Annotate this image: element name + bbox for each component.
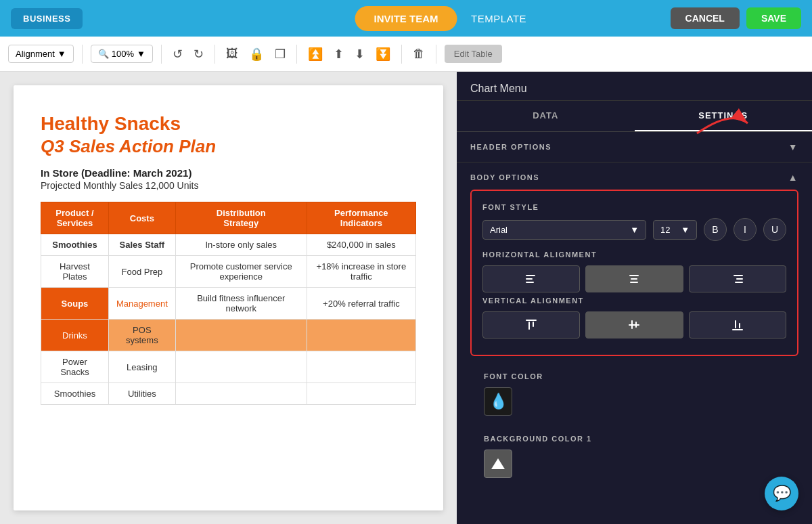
cell-product: Smoothies: [41, 234, 109, 256]
business-button[interactable]: BUSINESS: [11, 8, 83, 29]
redo-icon[interactable]: ↻: [191, 44, 206, 64]
cell-distribution: In-store only sales: [175, 234, 307, 256]
underline-button[interactable]: U: [763, 218, 786, 241]
table-row: Power Snacks Leasing: [41, 351, 416, 383]
svg-rect-15: [635, 322, 637, 328]
cell-distribution: [175, 351, 307, 383]
panel-tabs: DATA SETTINGS: [457, 101, 812, 132]
svg-rect-6: [630, 282, 638, 283]
document-title-2: Q3 Sales Action Plan: [41, 135, 416, 158]
table-header-costs: Costs: [108, 202, 175, 234]
svg-marker-19: [491, 458, 505, 469]
chevron-down-icon-size: ▼: [681, 225, 690, 235]
svg-rect-5: [631, 278, 637, 280]
vertical-align-label: VERTICAL ALIGNMENT: [482, 297, 786, 305]
chat-icon: 💬: [773, 485, 791, 502]
cell-product: Power Snacks: [41, 351, 109, 383]
bg-color-swatch[interactable]: [484, 450, 512, 478]
chevron-down-icon-font: ▼: [630, 225, 639, 235]
cell-costs: Leasing: [108, 351, 175, 383]
main-layout: Healthy Snacks Q3 Sales Action Plan In S…: [0, 72, 812, 524]
bg-color-label: BACKGROUND COLOR 1: [484, 435, 785, 443]
move-up-icon[interactable]: ⬆: [331, 44, 346, 64]
font-color-label: FONT COLOR: [484, 372, 785, 380]
cell-performance: +20% referral traffic: [307, 288, 415, 320]
horizontal-align-row: [482, 265, 786, 292]
toolbar-divider-3: [215, 45, 215, 64]
table-row: Smoothies Sales Staff In-store only sale…: [41, 234, 416, 256]
data-table: Product /Services Costs DistributionStra…: [41, 202, 416, 405]
table-row: Harvest Plates Food Prep Promote custome…: [41, 256, 416, 288]
nav-actions: CANCEL SAVE: [671, 7, 801, 29]
document-title-1: Healthy Snacks: [41, 112, 416, 135]
font-color-swatch[interactable]: 💧: [484, 387, 512, 416]
table-header-product: Product /Services: [41, 202, 109, 234]
move-up-top-icon[interactable]: ⏫: [305, 44, 325, 64]
font-family-select[interactable]: Arial ▼: [482, 220, 646, 240]
move-down-icon[interactable]: ⬇: [352, 44, 367, 64]
valign-bottom-button[interactable]: [689, 311, 786, 339]
cell-product: Drinks: [41, 320, 109, 351]
chevron-down-icon-header: ▼: [788, 141, 798, 152]
svg-rect-4: [629, 275, 639, 276]
edit-table-button[interactable]: Edit Table: [445, 45, 502, 63]
tab-data[interactable]: DATA: [457, 101, 635, 131]
table-header-row: Product /Services Costs DistributionStra…: [41, 202, 416, 234]
cell-costs: Utilities: [108, 383, 175, 405]
valign-middle-button[interactable]: [585, 311, 683, 339]
body-options-box: FONT STYLE Arial ▼ 12 ▼ B I U HORIZONTAL…: [470, 190, 798, 356]
vertical-align-row: [482, 311, 786, 339]
font-color-section: FONT COLOR 💧: [470, 363, 798, 425]
align-right-button[interactable]: [689, 265, 786, 292]
image-icon[interactable]: 🖼: [223, 44, 241, 64]
svg-rect-11: [528, 322, 530, 330]
cell-costs: Food Prep: [108, 256, 175, 288]
header-options-toggle[interactable]: HEADER OPTIONS ▼: [470, 141, 798, 152]
alignment-select[interactable]: Alignment ▼: [8, 45, 74, 63]
panel-title: Chart Menu: [457, 72, 812, 101]
table-row: Drinks POS systems: [41, 320, 416, 351]
cell-performance: [307, 351, 415, 383]
bold-button[interactable]: B: [704, 218, 727, 241]
invite-team-button[interactable]: INVITE TEAM: [355, 6, 457, 31]
document-subtitle: In Store (Deadline: March 2021): [41, 167, 416, 179]
body-options-section: BODY OPTIONS ▲ FONT STYLE Arial ▼ 12 ▼ B: [457, 162, 812, 497]
align-left-button[interactable]: [482, 265, 580, 292]
cell-product: Soups: [41, 288, 109, 320]
copy-icon[interactable]: ❒: [272, 44, 288, 64]
font-size-select[interactable]: 12 ▼: [653, 220, 697, 240]
svg-rect-12: [533, 322, 534, 327]
delete-icon[interactable]: 🗑: [410, 44, 428, 64]
zoom-select[interactable]: 🔍 100% ▼: [91, 45, 153, 63]
lock-icon[interactable]: 🔒: [246, 44, 267, 64]
cell-performance: +18% increase in store traffic: [307, 256, 415, 288]
bg-color-section: BACKGROUND COLOR 1: [470, 425, 798, 487]
cell-performance: $240,000 in sales: [307, 234, 415, 256]
chat-button[interactable]: 💬: [765, 477, 798, 510]
save-button[interactable]: SAVE: [746, 7, 801, 29]
cell-performance: [307, 320, 415, 351]
cell-costs: Sales Staff: [108, 234, 175, 256]
toolbar: Alignment ▼ 🔍 100% ▼ ↺ ↻ 🖼 🔒 ❒ ⏫ ⬆ ⬇ ⏬ 🗑…: [0, 37, 812, 72]
cell-distribution: Promote customer service experience: [175, 256, 307, 288]
document-description: Projected Monthly Sales 12,000 Units: [41, 180, 416, 191]
table-row: Soups Management Build fitness influence…: [41, 288, 416, 320]
italic-button[interactable]: I: [734, 218, 757, 241]
cancel-button[interactable]: CANCEL: [671, 7, 740, 29]
toolbar-divider-2: [161, 45, 162, 64]
font-style-label: FONT STYLE: [482, 203, 786, 211]
valign-top-button[interactable]: [482, 311, 580, 339]
cell-product: Harvest Plates: [41, 256, 109, 288]
body-options-toggle[interactable]: BODY OPTIONS ▲: [470, 172, 798, 183]
triangle-icon: [490, 456, 506, 472]
svg-rect-2: [526, 278, 533, 280]
toolbar-divider-5: [401, 45, 402, 64]
water-drop-icon: 💧: [489, 393, 508, 410]
svg-rect-7: [734, 275, 743, 276]
undo-icon[interactable]: ↺: [170, 44, 185, 64]
document-page: Healthy Snacks Q3 Sales Action Plan In S…: [14, 85, 443, 510]
move-down-bottom-icon[interactable]: ⏬: [373, 44, 393, 64]
header-options-section: HEADER OPTIONS ▼: [457, 132, 812, 162]
svg-rect-18: [739, 323, 740, 328]
align-center-button[interactable]: [585, 265, 683, 292]
